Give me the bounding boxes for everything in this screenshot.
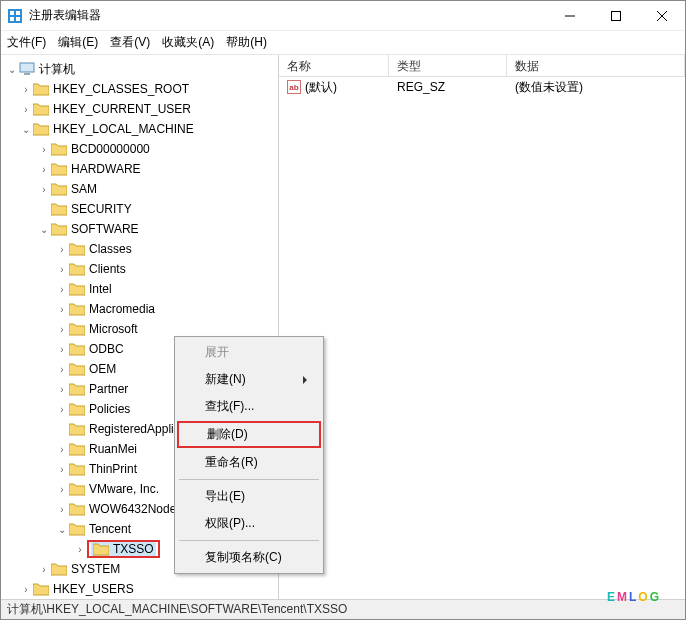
expander-icon[interactable]: › — [55, 504, 69, 515]
folder-icon — [69, 242, 85, 256]
expander-icon[interactable]: › — [19, 104, 33, 115]
svg-rect-2 — [16, 11, 20, 15]
expander-icon[interactable]: › — [55, 324, 69, 335]
expander-icon[interactable]: › — [55, 284, 69, 295]
folder-icon — [69, 462, 85, 476]
minimize-button[interactable] — [547, 1, 593, 30]
menu-view[interactable]: 查看(V) — [110, 34, 150, 51]
tree-node[interactable]: Policies — [89, 402, 130, 416]
ctx-separator — [179, 540, 319, 541]
menu-help[interactable]: 帮助(H) — [226, 34, 267, 51]
close-button[interactable] — [639, 1, 685, 30]
selection-highlight: TXSSO — [87, 540, 160, 559]
ctx-new[interactable]: 新建(N) — [177, 366, 321, 393]
window-controls — [547, 1, 685, 30]
tree-node[interactable]: ODBC — [89, 342, 124, 356]
expander-icon[interactable]: › — [19, 84, 33, 95]
list-row[interactable]: ab (默认) REG_SZ (数值未设置) — [279, 77, 685, 97]
tree-node[interactable]: RuanMei — [89, 442, 137, 456]
expander-icon[interactable]: ⌄ — [37, 224, 51, 235]
ctx-delete[interactable]: 删除(D) — [179, 426, 319, 443]
expander-icon[interactable]: › — [37, 564, 51, 575]
tree-node[interactable]: Classes — [89, 242, 132, 256]
expander-icon[interactable]: › — [37, 164, 51, 175]
expander-icon[interactable]: ⌄ — [19, 124, 33, 135]
status-bar: 计算机\HKEY_LOCAL_MACHINE\SOFTWARE\Tencent\… — [1, 599, 685, 619]
tree-node[interactable]: HKEY_LOCAL_MACHINE — [53, 122, 194, 136]
ctx-copykey[interactable]: 复制项名称(C) — [177, 544, 321, 571]
expander-icon[interactable]: › — [37, 144, 51, 155]
expander-icon[interactable]: › — [55, 364, 69, 375]
menu-favorites[interactable]: 收藏夹(A) — [162, 34, 214, 51]
folder-icon — [69, 382, 85, 396]
string-value-icon: ab — [287, 80, 301, 94]
list-header: 名称 类型 数据 — [279, 55, 685, 77]
tree-node[interactable]: BCD00000000 — [71, 142, 150, 156]
maximize-button[interactable] — [593, 1, 639, 30]
folder-icon — [33, 82, 49, 96]
tree-node-selected[interactable]: TXSSO — [113, 542, 154, 556]
tree-node[interactable]: Intel — [89, 282, 112, 296]
expander-icon[interactable]: › — [55, 464, 69, 475]
tree-node[interactable]: SECURITY — [71, 202, 132, 216]
ctx-expand: 展开 — [177, 339, 321, 366]
expander-icon[interactable]: › — [55, 384, 69, 395]
expander-icon[interactable]: › — [55, 344, 69, 355]
context-menu: 展开 新建(N) 查找(F)... 删除(D) 重命名(R) 导出(E) 权限(… — [174, 336, 324, 574]
value-list-pane[interactable]: 名称 类型 数据 ab (默认) REG_SZ (数值未设置) — [279, 55, 685, 599]
expander-icon[interactable]: › — [55, 264, 69, 275]
tree-node[interactable]: Clients — [89, 262, 126, 276]
tree-node[interactable]: HKEY_CURRENT_USER — [53, 102, 191, 116]
tree-node[interactable]: SOFTWARE — [71, 222, 139, 236]
value-name: (默认) — [305, 79, 337, 96]
folder-icon — [69, 282, 85, 296]
folder-icon — [69, 522, 85, 536]
folder-icon — [33, 102, 49, 116]
expander-icon[interactable]: › — [19, 584, 33, 595]
folder-icon — [69, 442, 85, 456]
expander-icon[interactable]: › — [55, 444, 69, 455]
tree-node[interactable]: Macromedia — [89, 302, 155, 316]
expander-icon[interactable]: › — [55, 304, 69, 315]
menu-file[interactable]: 文件(F) — [7, 34, 46, 51]
tree-node[interactable]: Microsoft — [89, 322, 138, 336]
expander-icon[interactable]: › — [55, 404, 69, 415]
folder-icon — [93, 542, 109, 556]
expander-icon[interactable]: › — [55, 244, 69, 255]
expander-icon[interactable]: › — [73, 544, 87, 555]
expander-icon[interactable]: › — [37, 184, 51, 195]
status-path: 计算机\HKEY_LOCAL_MACHINE\SOFTWARE\Tencent\… — [7, 601, 347, 618]
column-header-type[interactable]: 类型 — [389, 55, 507, 76]
window-title: 注册表编辑器 — [29, 7, 547, 24]
folder-icon — [69, 422, 85, 436]
tree-node-computer[interactable]: 计算机 — [39, 61, 75, 78]
tree-node[interactable]: Tencent — [89, 522, 131, 536]
column-header-name[interactable]: 名称 — [279, 55, 389, 76]
folder-icon — [51, 182, 67, 196]
expander-icon[interactable]: › — [55, 484, 69, 495]
tree-node[interactable]: WOW6432Node — [89, 502, 176, 516]
tree-node[interactable]: OEM — [89, 362, 116, 376]
column-header-data[interactable]: 数据 — [507, 55, 685, 76]
menu-edit[interactable]: 编辑(E) — [58, 34, 98, 51]
tree-node[interactable]: Partner — [89, 382, 128, 396]
ctx-find[interactable]: 查找(F)... — [177, 393, 321, 420]
folder-icon — [69, 402, 85, 416]
folder-icon — [69, 322, 85, 336]
tree-node[interactable]: ThinPrint — [89, 462, 137, 476]
ctx-rename[interactable]: 重命名(R) — [177, 449, 321, 476]
ctx-permissions[interactable]: 权限(P)... — [177, 510, 321, 537]
tree-node[interactable]: VMware, Inc. — [89, 482, 159, 496]
tree-node[interactable]: HARDWARE — [71, 162, 141, 176]
folder-icon — [69, 302, 85, 316]
svg-rect-9 — [20, 63, 34, 72]
expander-icon[interactable]: ⌄ — [5, 64, 19, 75]
ctx-export[interactable]: 导出(E) — [177, 483, 321, 510]
svg-rect-1 — [10, 11, 14, 15]
tree-node[interactable]: HKEY_USERS — [53, 582, 134, 596]
tree-node[interactable]: SAM — [71, 182, 97, 196]
expander-icon[interactable]: ⌄ — [55, 524, 69, 535]
tree-node[interactable]: SYSTEM — [71, 562, 120, 576]
tree-node[interactable]: HKEY_CLASSES_ROOT — [53, 82, 189, 96]
folder-icon — [51, 162, 67, 176]
